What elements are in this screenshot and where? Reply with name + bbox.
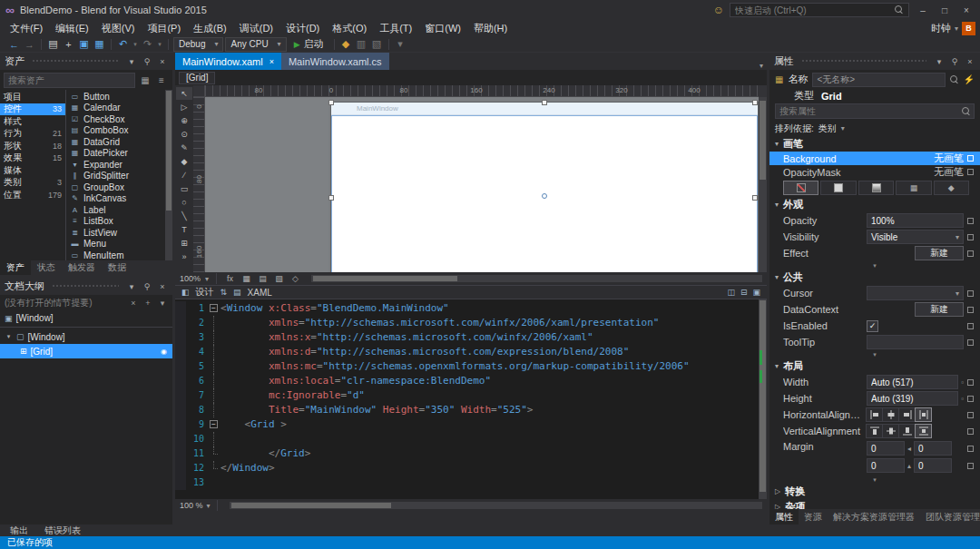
design-horizontal-scrollbar[interactable] [311,275,762,282]
menu-item[interactable]: 设计(D) [279,20,326,36]
asset-control-item[interactable]: ALabel [70,204,163,216]
gridlines-icon[interactable]: ▤ [257,274,269,283]
arrange-by-row[interactable]: 排列依据: 类别 ▾ [769,121,980,136]
start-debug-button[interactable]: ▶ 启动 [289,37,329,51]
show-advanced-expander[interactable]: ▾ [769,350,980,358]
pin-icon[interactable]: ⚲ [142,57,152,66]
brush-row-background[interactable]: Background 无画笔 [769,152,980,165]
asset-control-item[interactable]: ▦DatePicker [70,148,163,160]
close-icon[interactable]: × [157,57,168,66]
tab-list-chevron-icon[interactable]: ▾ [760,62,763,70]
asset-control-item[interactable]: ▾Expander [70,159,163,171]
margin-bottom-field[interactable] [914,458,952,473]
artboard-window[interactable]: MainWindow [331,103,758,272]
asset-control-item[interactable]: ≣ListView [70,227,163,239]
menu-item[interactable]: 工具(T) [373,20,418,36]
property-search-icon[interactable] [950,75,959,84]
name-field[interactable] [812,73,945,87]
section-transform[interactable]: ▷ 转换 [769,484,980,499]
properties-panel-header[interactable]: 属性 ▾ ⚲ × [769,53,980,70]
zoom-tool-icon[interactable]: ⊙ [176,128,192,141]
align-left-button[interactable] [866,407,883,422]
size-mode-icon[interactable]: ▫ [961,378,964,387]
asset-category-item[interactable]: 行为21 [0,128,65,141]
chevron-down-icon[interactable]: ▾ [205,275,209,283]
undo-icon[interactable]: ↶ [116,38,130,50]
asset-control-item[interactable]: ☑CheckBox [70,113,163,125]
new-project-icon[interactable]: ▤ [46,38,60,50]
property-marker[interactable] [967,290,974,297]
asset-control-item[interactable]: ▢GroupBox [70,181,163,193]
toolbar-overflow-icon[interactable]: ▾ [394,38,407,50]
asset-control-item[interactable]: ✎InkCanvas [70,193,163,205]
width-field[interactable] [867,375,958,389]
menu-item[interactable]: 编辑(E) [49,20,95,36]
asset-tool-icon[interactable]: » [176,250,192,263]
right-dock-tab[interactable]: 解决方案资源管理器 [828,509,920,524]
align-center-v-button[interactable] [882,424,899,438]
design-vertical-scrollbar[interactable] [759,97,767,272]
undo-history-icon[interactable]: ▾ [132,41,139,48]
split-view-divider[interactable]: ◧ 设计 ⇅ ▤ XAML ◫⊟▣ [175,285,767,299]
editor-horizontal-scrollbar[interactable] [230,502,762,509]
effects-toggle-icon[interactable]: fx [224,274,236,283]
stretch-h-button[interactable] [915,407,932,422]
maximize-button[interactable]: □ [936,5,953,15]
user-avatar[interactable]: B [962,22,975,35]
asset-category-item[interactable]: 类别3 [0,177,65,190]
menu-item[interactable]: 文件(F) [4,20,49,36]
close-icon[interactable]: × [270,57,274,66]
platform-select[interactable]: Any CPU ▾ [225,37,286,52]
asset-category-item[interactable]: 控件33 [0,103,65,116]
bottom-panel-tab[interactable]: 输出 [3,524,35,536]
quick-launch-box[interactable] [730,3,909,17]
paint-bucket-tool-icon[interactable]: ◆ [176,155,192,168]
visibility-eye-icon[interactable]: ◉ [161,348,167,356]
text-tool-icon[interactable]: T [176,223,192,236]
window-position-icon[interactable]: ▾ [126,282,137,291]
gradient-brush-button[interactable] [858,181,894,195]
pen-tool-icon[interactable]: ∕ [176,169,192,181]
close-button[interactable]: × [958,5,975,15]
editor-zoom-level[interactable]: 100 % [180,501,203,510]
new-storyboard-icon[interactable]: + [142,299,153,308]
rectangle-tool-icon[interactable]: ▭ [176,182,192,195]
find-in-files-icon[interactable]: ▥ [355,38,368,50]
save-all-icon[interactable]: ▦ [93,38,106,50]
property-marker[interactable] [967,307,974,313]
menu-item[interactable]: 调试(D) [233,20,279,36]
editor-vertical-scrollbar[interactable] [759,299,767,499]
snap-grid-icon[interactable]: ▦ [240,274,252,283]
nav-back-icon[interactable]: ← [7,39,21,50]
section-layout[interactable]: ▾ 布局 [769,358,980,374]
direct-selection-tool-icon[interactable]: ▷ [176,101,192,113]
outline-node-window[interactable]: ▾ ▢ [Window] [0,329,172,344]
align-top-button[interactable] [866,424,883,438]
selection-handle[interactable] [328,100,334,105]
assets-tab[interactable]: 数据 [102,260,132,275]
property-marker[interactable] [967,379,974,386]
asset-category-item[interactable]: 样式 [0,115,65,128]
assets-tab[interactable]: 资产 [0,260,31,275]
breadcrumb[interactable]: [Grid] [179,72,215,84]
annotation-icon[interactable]: ◇ [289,274,301,283]
pan-tool-icon[interactable]: ⊕ [176,114,192,127]
asset-control-item[interactable]: ▤ComboBox [70,125,163,137]
right-dock-tab[interactable]: 属性 [769,509,799,524]
close-icon[interactable]: × [157,282,168,291]
xaml-code-editor[interactable]: 1−<Window x:Class="BlendDemo.MainWindow"… [175,299,767,499]
selection-handle[interactable] [542,100,547,105]
align-right-button[interactable] [898,407,916,422]
asset-category-item[interactable]: 形状18 [0,140,65,152]
minimize-button[interactable]: – [915,5,931,15]
brush-resource-button[interactable]: ◆ [934,181,969,195]
profiler-icon[interactable]: ◆ [339,38,353,50]
outline-scope-row[interactable]: ▣ [Window] [0,310,172,326]
section-misc[interactable]: ▷ 杂项 [769,499,980,509]
chevron-down-icon[interactable]: ▾ [207,502,211,510]
user-name[interactable]: 时钟 [931,22,951,35]
property-marker[interactable] [967,155,974,162]
asset-control-item[interactable]: ▦DataGrid [70,136,163,148]
section-brushes[interactable]: ▾ 画笔 [769,136,980,152]
outline-node-grid[interactable]: ⊞ [Grid] ◉ [0,344,172,358]
